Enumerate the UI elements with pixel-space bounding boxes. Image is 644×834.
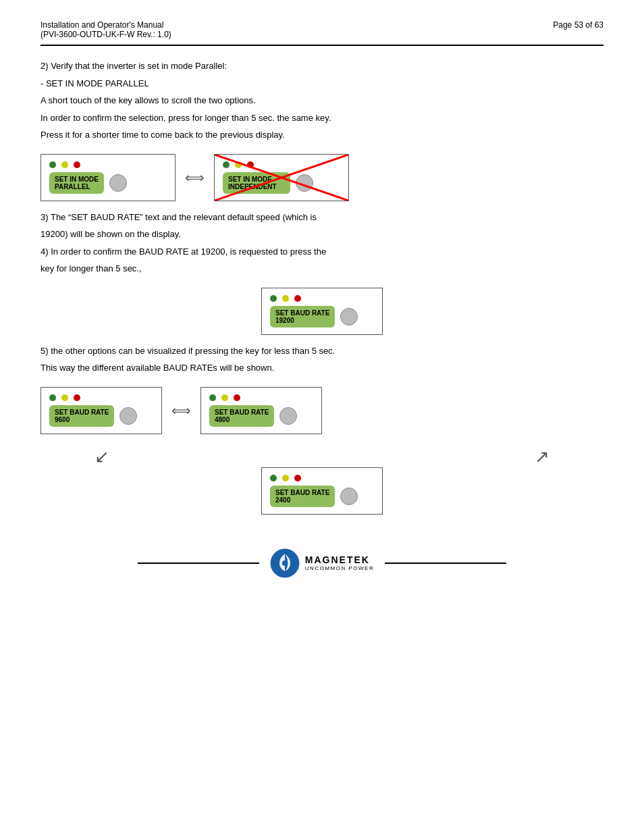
section-2-text: 2) Verify that the inverter is set in mo… (41, 59, 603, 142)
dot-yellow-1 (61, 161, 68, 168)
page-header: Installation and Operator's Manual (PVI-… (41, 20, 603, 39)
header-divider (41, 45, 603, 46)
button-parallel[interactable] (109, 174, 127, 192)
label-baud-4800: SET BAUD RATE 4800 (209, 405, 274, 427)
section5-para2: This way the different available BAUD RA… (41, 361, 603, 375)
dot-green-1 (49, 161, 56, 168)
panel-content-baud-9600: SET BAUD RATE 9600 (49, 405, 153, 427)
section3-para4: key for longer than 5 sec., (41, 262, 603, 276)
panel-parallel: SET IN MODE PARALLEL (41, 154, 176, 201)
button-baud-4800[interactable] (279, 407, 297, 425)
header-left: Installation and Operator's Manual (PVI-… (41, 20, 171, 39)
dot-green-baud2400 (270, 475, 277, 481)
button-baud-9600[interactable] (119, 407, 137, 425)
section3-para2: 19200) will be shown on the display. (41, 228, 603, 241)
footer-line-right (385, 563, 506, 564)
brand-name: MAGNETEK (305, 554, 374, 565)
label-baud4800-line2: 4800 (215, 416, 269, 423)
dot-yellow-baud2400 (282, 475, 289, 481)
manual-subtitle: (PVI-3600-OUTD-UK-F-W Rev.: 1.0) (41, 30, 171, 39)
button-independent[interactable] (296, 174, 313, 192)
dot-green-baud9600 (49, 394, 56, 401)
dot-red-baud4800 (234, 394, 240, 401)
section2-para3: A short touch of the key allows to scrol… (41, 94, 603, 107)
panel-baud-19200-container: SET BAUD RATE 19200 (41, 288, 603, 335)
dot-green-baud4800 (209, 394, 216, 401)
double-arrow-mode: ⟺ (185, 170, 205, 186)
svg-point-3 (282, 561, 288, 566)
dots-row-independent (223, 161, 340, 168)
dot-yellow-2 (235, 161, 242, 168)
label-baud9600-line1: SET BAUD RATE (55, 409, 109, 416)
button-baud-2400[interactable] (340, 488, 358, 505)
section2-para4: In order to confirm the selection, press… (41, 111, 603, 125)
brand-tagline: UNCOMMON POWER (305, 565, 374, 571)
dot-red-baud9600 (74, 394, 80, 401)
mode-panels-row: SET IN MODE PARALLEL ⟺ SET IN MODE INDEP… (41, 154, 603, 201)
dots-row-baud-4800 (209, 394, 313, 401)
nav-arrows: ↙ ↗ (41, 444, 603, 467)
panel-content-parallel: SET IN MODE PARALLEL (49, 172, 167, 194)
dot-yellow-baud9600 (61, 394, 68, 401)
panel-content-baud-19200: SET BAUD RATE 19200 (270, 306, 374, 328)
dot-red-baud19200 (294, 295, 301, 302)
label-baud19200-line2: 19200 (275, 317, 329, 324)
footer-brand-text: MAGNETEK UNCOMMON POWER (305, 554, 374, 571)
dot-green-baud19200 (270, 295, 277, 302)
label-independent: SET IN MODE INDEPENDENT (223, 172, 290, 194)
section-3-text: 3) The “SET BAUD RATE” text and the rele… (41, 211, 603, 276)
dots-row-baud-19200 (270, 295, 374, 302)
panel-baud-2400: SET BAUD RATE 2400 (261, 467, 383, 515)
label-independent-line2: INDEPENDENT (228, 183, 285, 190)
label-baud19200-line1: SET BAUD RATE (275, 309, 329, 317)
panel-content-baud-2400: SET BAUD RATE 2400 (270, 486, 374, 507)
dots-row-parallel (49, 161, 167, 168)
dot-green-2 (223, 161, 230, 168)
section5-para1: 5) the other options can be visualized i… (41, 344, 603, 358)
label-baud4800-line1: SET BAUD RATE (215, 409, 269, 416)
label-parallel-line1: SET IN MODE (55, 176, 99, 183)
label-baud-19200: SET BAUD RATE 19200 (270, 306, 335, 328)
dots-row-baud-9600 (49, 394, 153, 401)
label-baud2400-line1: SET BAUD RATE (275, 489, 329, 496)
panel-baud-9600: SET BAUD RATE 9600 (41, 387, 162, 434)
manual-title: Installation and Operator's Manual (41, 20, 171, 30)
panel-baud-19200: SET BAUD RATE 19200 (261, 288, 383, 335)
dot-red-2 (247, 161, 254, 168)
panel-content-baud-4800: SET BAUD RATE 4800 (209, 405, 313, 427)
arrow-up-right: ↗ (535, 446, 549, 467)
dot-yellow-baud4800 (221, 394, 228, 401)
panel-content-independent: SET IN MODE INDEPENDENT (223, 172, 340, 194)
section2-para5: Press it for a shorter time to come back… (41, 128, 603, 142)
label-parallel: SET IN MODE PARALLEL (49, 172, 104, 194)
label-baud9600-line2: 9600 (55, 416, 109, 423)
button-baud-19200[interactable] (340, 308, 358, 325)
page-number: Page 53 of 63 (553, 20, 603, 39)
dot-red-1 (74, 161, 80, 168)
panel-baud-2400-container: SET BAUD RATE 2400 (41, 467, 603, 515)
section2-para2: - SET IN MODE PARALLEL (41, 77, 603, 90)
section3-para1: 3) The “SET BAUD RATE” text and the rele… (41, 211, 603, 224)
section-5-text: 5) the other options can be visualized i… (41, 344, 603, 375)
panel-independent: SET IN MODE INDEPENDENT (214, 154, 349, 201)
dots-row-baud-2400 (270, 475, 374, 481)
label-independent-line1: SET IN MODE (228, 176, 285, 183)
footer-line-left (138, 563, 259, 564)
baud-panels-row: SET BAUD RATE 9600 ⟺ SET BAUD RATE 4800 (41, 387, 603, 434)
footer-logo: MAGNETEK UNCOMMON POWER (259, 548, 385, 578)
label-baud2400-line2: 2400 (275, 496, 329, 504)
label-parallel-line2: PARALLEL (55, 183, 99, 190)
double-arrow-baud: ⟺ (171, 402, 191, 419)
magnetek-logo-icon (270, 548, 300, 578)
section2-para1: 2) Verify that the inverter is set in mo… (41, 59, 603, 73)
section3-para3: 4) In order to confirm the BAUD RATE at … (41, 245, 603, 259)
dot-yellow-baud19200 (282, 295, 289, 302)
panel-baud-4800: SET BAUD RATE 4800 (200, 387, 322, 434)
label-baud-2400: SET BAUD RATE 2400 (270, 486, 335, 507)
page-footer: MAGNETEK UNCOMMON POWER (41, 548, 603, 578)
dot-red-baud2400 (294, 475, 301, 481)
arrow-down-left: ↙ (95, 446, 109, 467)
label-baud-9600: SET BAUD RATE 9600 (49, 405, 114, 427)
